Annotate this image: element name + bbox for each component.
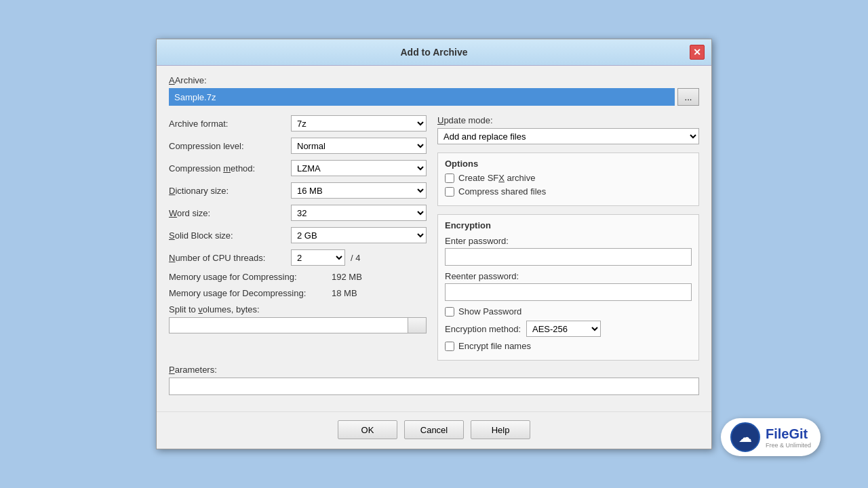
compress-shared-label[interactable]: Compress shared files [458, 186, 546, 197]
memory-compress-row: Memory usage for Compressing: 192 MB [169, 272, 427, 282]
archive-input-row: ... [169, 88, 699, 106]
compression-method-row: Compression method: LZMA LZMA2 PPMd [169, 160, 427, 176]
options-title: Options [445, 159, 692, 169]
compression-level-select[interactable]: Store Fastest Fast Normal Maximum Ultra [291, 138, 427, 154]
cpu-threads-select[interactable]: 1 2 4 [291, 249, 345, 266]
encrypt-filenames-label[interactable]: Encrypt file names [458, 341, 531, 351]
cpu-total: / 4 [351, 253, 360, 263]
archive-input[interactable] [169, 88, 675, 106]
options-box: Options Create SFX archive Compress shar… [437, 152, 699, 206]
dictionary-size-row: Dictionary size: 1 MB 4 MB 16 MB 32 MB [169, 182, 427, 199]
add-to-archive-dialog: Add to Archive ✕ AArchive: ... Archive f… [156, 39, 712, 449]
word-size-label: Word size: [169, 208, 291, 218]
enter-password-label: Enter password: [445, 236, 692, 246]
dictionary-size-select[interactable]: 1 MB 4 MB 16 MB 32 MB [291, 182, 427, 199]
main-content: Archive format: 7z zip tar Compression l… [169, 115, 699, 361]
solid-block-label: Solid Block size: [169, 230, 291, 241]
help-button[interactable]: Help [471, 420, 530, 439]
cpu-threads-row: Number of CPU threads: 1 2 4 / 4 [169, 249, 427, 266]
solid-block-select[interactable]: 1 GB 2 GB 4 GB [291, 227, 427, 243]
solid-block-row: Solid Block size: 1 GB 2 GB 4 GB [169, 227, 427, 243]
dialog-body: AArchive: ... Archive format: 7z zip tar [157, 66, 711, 405]
create-sfx-checkbox[interactable] [445, 174, 454, 183]
word-size-select[interactable]: 8 16 32 64 [291, 205, 427, 221]
compression-method-select[interactable]: LZMA LZMA2 PPMd [291, 160, 427, 176]
compress-shared-row: Compress shared files [445, 186, 692, 197]
compress-shared-checkbox[interactable] [445, 187, 454, 197]
compression-level-label: Compression level: [169, 141, 291, 151]
update-mode-label: Update mode: [437, 115, 699, 125]
enter-password-input[interactable] [445, 248, 692, 266]
right-panel: Update mode: Add and replace files Updat… [437, 115, 699, 361]
memory-compress-value: 192 MB [332, 272, 362, 282]
memory-decompress-label: Memory usage for Decompressing: [169, 288, 332, 298]
filegit-brand: FileGit Free & Unlimited [766, 426, 811, 449]
encryption-box: Encryption Enter password: Reenter passw… [437, 214, 699, 361]
encryption-method-label: Encryption method: [445, 324, 521, 334]
show-password-label[interactable]: Show Password [458, 306, 521, 317]
encrypt-filenames-checkbox[interactable] [445, 342, 454, 351]
create-sfx-row: Create SFX archive [445, 173, 692, 183]
memory-decompress-row: Memory usage for Decompressing: 18 MB [169, 288, 427, 298]
filegit-tagline: Free & Unlimited [766, 442, 811, 449]
memory-compress-label: Memory usage for Compressing: [169, 272, 332, 282]
create-sfx-label[interactable]: Create SFX archive [458, 173, 535, 183]
cancel-button[interactable]: Cancel [404, 420, 464, 439]
left-panel: Archive format: 7z zip tar Compression l… [169, 115, 427, 361]
dictionary-size-label: Dictionary size: [169, 186, 291, 196]
params-input[interactable] [169, 378, 699, 395]
split-input[interactable] [169, 317, 408, 333]
word-size-row: Word size: 8 16 32 64 [169, 205, 427, 221]
params-label: Parameters: [169, 365, 699, 375]
dialog-footer: OK Cancel Help [157, 411, 711, 449]
compression-method-label: Compression method: [169, 163, 291, 174]
encryption-method-row: Encryption method: AES-256 ZipCrypto [445, 321, 692, 337]
title-bar: Add to Archive ✕ [157, 39, 711, 66]
compression-level-row: Compression level: Store Fastest Fast No… [169, 138, 427, 154]
show-password-row: Show Password [445, 306, 692, 317]
reenter-password-label: Reenter password: [445, 271, 692, 281]
show-password-checkbox[interactable] [445, 307, 454, 317]
reenter-password-input[interactable] [445, 283, 692, 301]
dialog-title: Add to Archive [178, 47, 690, 58]
archive-format-row: Archive format: 7z zip tar [169, 115, 427, 131]
memory-decompress-value: 18 MB [332, 288, 357, 298]
cpu-threads-label: Number of CPU threads: [169, 253, 291, 263]
encryption-title: Encryption [445, 220, 692, 230]
split-label: Split to volumes, bytes: [169, 304, 427, 314]
filegit-icon: ☁ [730, 422, 760, 452]
params-section: Parameters: [169, 365, 699, 395]
archive-label: AArchive: [169, 75, 699, 85]
browse-button[interactable]: ... [677, 88, 699, 106]
archive-format-select[interactable]: 7z zip tar [291, 115, 427, 131]
split-section: Split to volumes, bytes: [169, 304, 427, 333]
archive-format-label: Archive format: [169, 119, 291, 129]
split-dropdown[interactable] [408, 317, 427, 333]
close-button[interactable]: ✕ [690, 45, 705, 60]
filegit-name: FileGit [766, 426, 811, 442]
encryption-method-select[interactable]: AES-256 ZipCrypto [526, 321, 601, 337]
ok-button[interactable]: OK [338, 420, 397, 439]
update-mode-select[interactable]: Add and replace files Update and add fil… [437, 128, 699, 144]
split-input-row [169, 317, 427, 333]
encrypt-filenames-row: Encrypt file names [445, 341, 692, 351]
filegit-logo: ☁ FileGit Free & Unlimited [721, 418, 821, 456]
